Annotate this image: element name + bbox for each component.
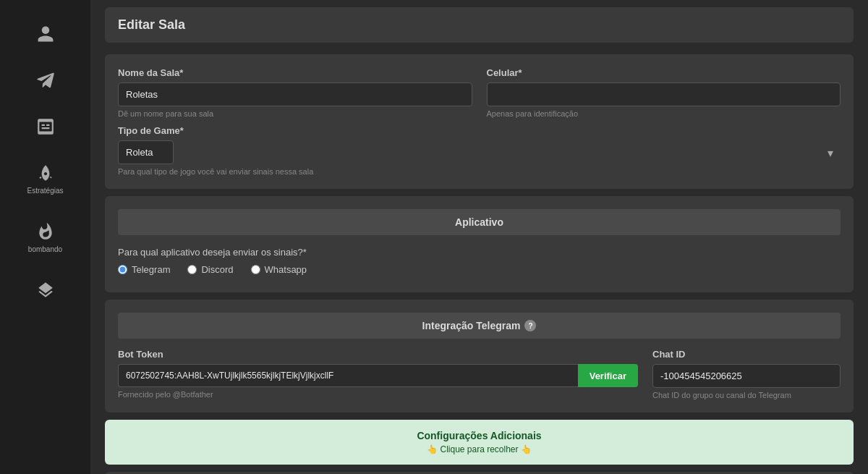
sala-input[interactable] [118, 82, 472, 106]
sala-group: Nome da Sala* Dê um nome para sua sala [118, 67, 472, 118]
celular-hint: Apenas para identificação [487, 109, 841, 118]
sidebar-item-estrategias[interactable]: Estratégias [0, 153, 90, 205]
verify-button[interactable]: Verificar [578, 364, 638, 387]
info-icon[interactable]: ? [524, 320, 536, 331]
sidebar: Estratégias bombando [0, 0, 90, 474]
sala-label: Nome da Sala* [118, 67, 472, 78]
page-title-bar: Editar Sala [105, 7, 854, 43]
bot-token-hint: Fornecido pelo @Botfather [118, 390, 638, 399]
radio-discord[interactable]: Discord [187, 264, 233, 275]
chat-id-group: Chat ID Chat ID do grupo ou canal do Tel… [652, 349, 841, 399]
aplicativo-label: Para qual aplicativo deseja enviar os si… [118, 247, 307, 258]
chat-id-input[interactable] [652, 364, 841, 388]
cards-icon [36, 117, 55, 136]
sidebar-item-user[interactable] [0, 14, 90, 54]
chat-id-hint: Chat ID do grupo ou canal do Telegram [652, 391, 841, 399]
page-title: Editar Sala [118, 17, 841, 33]
rocket-icon [36, 164, 55, 182]
celular-input[interactable] [487, 82, 841, 106]
sala-celular-section: Nome da Sala* Dê um nome para sua sala C… [105, 54, 854, 189]
radio-discord-label: Discord [201, 264, 233, 275]
radio-telegram-label: Telegram [132, 264, 170, 275]
celular-label: Celular* [487, 67, 841, 78]
token-input-row: Verificar [118, 364, 638, 387]
config-adicional[interactable]: Configurações Adicionais 👆 Clique para r… [105, 420, 854, 465]
tipo-game-select[interactable]: Roleta Blackjack Poker Crash [118, 140, 174, 164]
radio-group: Telegram Discord Whatsapp [118, 264, 841, 275]
radio-whatsapp[interactable]: Whatsapp [251, 264, 307, 275]
integracao-header: Integração Telegram ? [118, 313, 841, 339]
config-adicional-subtitle: 👆 Clique para recolher 👆 [115, 444, 843, 454]
aplicativo-header: Aplicativo [118, 209, 841, 235]
sidebar-item-label-estrategias: Estratégias [27, 187, 63, 195]
radio-whatsapp-label: Whatsapp [265, 264, 307, 275]
sidebar-item-telegram[interactable] [0, 61, 90, 100]
main-content: Editar Sala Nome da Sala* Dê um nome par… [90, 0, 868, 474]
integracao-header-text: Integração Telegram [422, 320, 521, 331]
telegram-icon [36, 71, 55, 90]
bot-token-group: Bot Token Verificar Fornecido pelo @Botf… [118, 349, 638, 399]
fire-icon [36, 222, 55, 241]
bot-token-input[interactable] [118, 364, 578, 387]
bot-token-label: Bot Token [118, 349, 638, 360]
radio-telegram-input[interactable] [118, 265, 127, 274]
config-adicional-title: Configurações Adicionais [115, 430, 843, 441]
tipo-game-hint: Para qual tipo de jogo você vai enviar s… [118, 167, 841, 176]
radio-telegram[interactable]: Telegram [118, 264, 170, 275]
sala-celular-row: Nome da Sala* Dê um nome para sua sala C… [118, 67, 841, 118]
user-icon [36, 25, 55, 43]
sidebar-item-bombando[interactable]: bombando [0, 212, 90, 263]
sala-hint: Dê um nome para sua sala [118, 109, 472, 118]
radio-discord-input[interactable] [187, 265, 197, 274]
chat-id-label: Chat ID [652, 349, 841, 360]
tipo-game-label: Tipo de Game* [118, 125, 841, 136]
tipo-game-group: Tipo de Game* Roleta Blackjack Poker Cra… [118, 125, 841, 176]
layers-icon [36, 281, 55, 300]
sidebar-item-label-bombando: bombando [28, 245, 62, 253]
sidebar-item-layers[interactable] [0, 271, 90, 310]
tipo-game-select-wrapper: Roleta Blackjack Poker Crash [118, 140, 841, 164]
celular-group: Celular* Apenas para identificação [487, 67, 841, 118]
aplicativo-section: Aplicativo Para qual aplicativo deseja e… [105, 196, 854, 292]
integracao-section: Integração Telegram ? Bot Token Verifica… [105, 300, 854, 412]
sidebar-item-cards[interactable] [0, 107, 90, 146]
radio-whatsapp-input[interactable] [251, 265, 260, 274]
